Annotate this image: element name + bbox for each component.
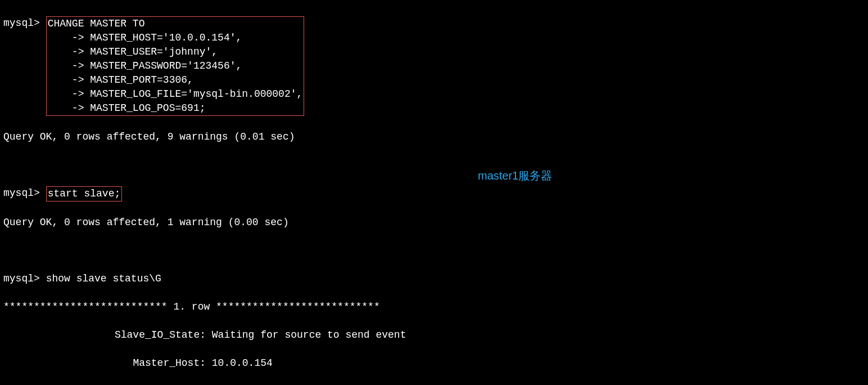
query-result: Query OK, 0 rows affected, 1 warning (0.… xyxy=(3,216,865,230)
cmd-line: CHANGE MASTER TO xyxy=(48,17,303,31)
show-slave-status-command: show slave status\G xyxy=(46,273,161,284)
change-master-command-box: CHANGE MASTER TO -> MASTER_HOST='10.0.0.… xyxy=(46,16,305,116)
cmd-line: MASTER_LOG_FILE='mysql-bin.000002', xyxy=(90,88,302,100)
terminal-output: mysql> CHANGE MASTER TO -> MASTER_HOST='… xyxy=(0,0,868,385)
cmd-line: MASTER_HOST='10.0.0.154', xyxy=(90,32,242,43)
mysql-prompt: mysql> xyxy=(3,273,40,284)
cmd-line: MASTER_PASSWORD='123456', xyxy=(90,60,242,71)
start-slave-command-box: start slave; xyxy=(46,186,123,202)
cmd-line: MASTER_USER='johnny', xyxy=(90,46,218,57)
mysql-prompt: mysql> xyxy=(3,187,40,199)
query-result: Query OK, 0 rows affected, 9 warnings (0… xyxy=(3,130,865,144)
status-value: 10.0.0.154 xyxy=(212,356,273,370)
status-value: Waiting for source to send event xyxy=(212,328,406,342)
status-label: Master_Host: xyxy=(3,356,206,370)
cmd-line: MASTER_LOG_POS=691; xyxy=(90,102,205,114)
server-annotation: master1服务器 xyxy=(478,169,552,183)
status-label: Slave_IO_State: xyxy=(3,328,206,342)
mysql-prompt: mysql> xyxy=(3,17,40,29)
cmd-line: MASTER_PORT=3306, xyxy=(90,74,193,86)
row-header: *************************** 1. row *****… xyxy=(3,300,865,314)
